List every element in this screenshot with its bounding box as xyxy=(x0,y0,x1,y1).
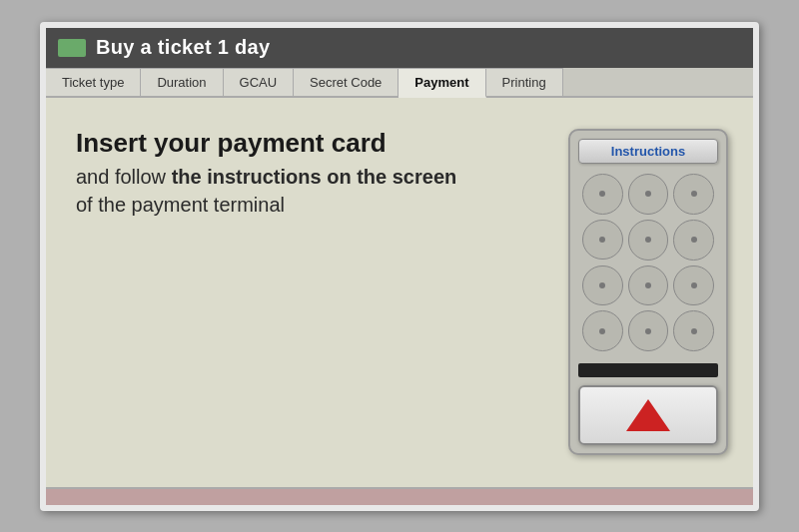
main-content: Insert your payment card and follow the … xyxy=(46,98,753,487)
header-title: Buy a ticket 1 day xyxy=(96,36,270,59)
key-7[interactable] xyxy=(582,266,623,306)
tab-ticket-type[interactable]: Ticket type xyxy=(46,68,141,96)
instruction-line2: and follow the instructions on the scree… xyxy=(76,163,523,219)
tab-printing[interactable]: Printing xyxy=(486,68,563,96)
tab-secret-code[interactable]: Secret Code xyxy=(294,68,399,96)
key-8[interactable] xyxy=(628,266,669,306)
instructions-button[interactable]: Instructions xyxy=(578,139,718,164)
key-5[interactable] xyxy=(628,220,669,261)
key-hash[interactable] xyxy=(673,310,714,351)
ticket-icon xyxy=(58,39,86,57)
key-star[interactable] xyxy=(582,310,623,351)
instruction-line1: Insert your payment card xyxy=(76,128,523,159)
ticket-machine: Buy a ticket 1 day Ticket type Duration … xyxy=(40,22,759,511)
key-9[interactable] xyxy=(673,266,714,306)
tab-payment[interactable]: Payment xyxy=(399,68,485,98)
key-3[interactable] xyxy=(673,174,714,215)
terminal-device: Instructions xyxy=(568,129,728,455)
tab-duration[interactable]: Duration xyxy=(141,68,223,96)
keypad xyxy=(578,170,718,355)
text-section: Insert your payment card and follow the … xyxy=(46,98,553,487)
tab-gcau[interactable]: GCAU xyxy=(224,68,295,96)
bottom-bar xyxy=(46,487,753,505)
terminal-section: Instructions xyxy=(553,98,753,487)
tab-bar: Ticket type Duration GCAU Secret Code Pa… xyxy=(46,68,753,98)
key-0[interactable] xyxy=(628,310,669,351)
eject-button[interactable] xyxy=(578,385,718,445)
card-slot xyxy=(578,363,718,377)
key-4[interactable] xyxy=(582,220,623,261)
key-6[interactable] xyxy=(673,220,714,261)
header-bar: Buy a ticket 1 day xyxy=(46,28,753,68)
key-1[interactable] xyxy=(582,174,623,215)
key-2[interactable] xyxy=(628,174,669,215)
eject-icon xyxy=(626,399,670,431)
